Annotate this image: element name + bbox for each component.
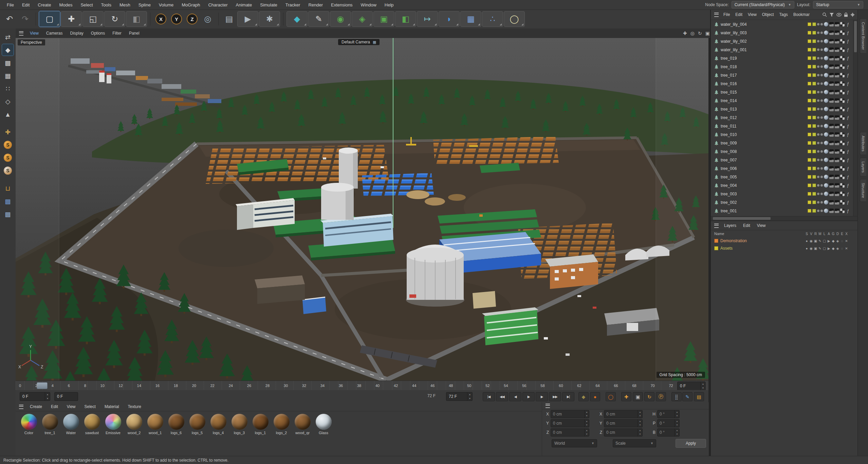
expression-tag-icon[interactable]: ƒ: [846, 183, 850, 188]
expression-tag-icon[interactable]: ƒ: [846, 107, 850, 112]
material-item[interactable]: logs_6: [166, 414, 186, 435]
texture-tag-icon[interactable]: [840, 149, 845, 154]
object-row[interactable]: tree_008 ƒ: [711, 147, 857, 156]
y-axis-lock[interactable]: Y: [169, 12, 184, 26]
menu-item[interactable]: Create: [34, 2, 55, 7]
phong-tag-icon[interactable]: [824, 209, 828, 213]
phong-tag-icon[interactable]: [824, 158, 828, 162]
rotate-tool[interactable]: ↻: [104, 11, 125, 27]
menu-item[interactable]: MoGraph: [178, 2, 204, 7]
light-menu[interactable]: ◯: [504, 11, 525, 27]
texture-tag-icon[interactable]: [829, 64, 834, 69]
object-name[interactable]: tree_011: [721, 124, 736, 129]
solo-hierarchy-icon[interactable]: S: [2, 165, 14, 176]
coordinate-menu-icon[interactable]: [546, 404, 550, 408]
texture-tag-icon[interactable]: [829, 22, 834, 26]
editor-visibility-dot[interactable]: [817, 116, 819, 119]
dock-tab[interactable]: Layers: [860, 158, 866, 176]
texture-tag-icon[interactable]: [840, 124, 845, 128]
enable-axis-icon[interactable]: ✚: [2, 126, 14, 138]
stepper-arrows-icon[interactable]: ▲▼: [675, 410, 679, 418]
texture-tag-icon[interactable]: [829, 166, 834, 171]
texture-tag-icon[interactable]: [829, 98, 834, 103]
render-visibility-dot[interactable]: [820, 116, 823, 119]
texture-tag-icon[interactable]: [835, 115, 839, 120]
instance-menu[interactable]: ▣: [373, 11, 394, 27]
material-menu-item[interactable]: Create: [25, 404, 47, 409]
texture-tag-icon[interactable]: [829, 149, 834, 154]
viewport-menu-item[interactable]: Panel: [125, 31, 143, 36]
record-scale-toggle[interactable]: ▣: [633, 392, 643, 401]
deformers-toggle[interactable]: ◈: [835, 239, 840, 243]
material-preview[interactable]: [84, 414, 100, 430]
object-row[interactable]: tree_009 ƒ: [711, 139, 857, 147]
layer-color-swatch[interactable]: [808, 175, 811, 179]
object-name[interactable]: water_lily_004: [721, 22, 747, 27]
texture-tag-icon[interactable]: [835, 175, 839, 179]
material-preview[interactable]: [189, 414, 205, 430]
next-key-button[interactable]: ▶▶: [549, 392, 561, 401]
material-menu-item[interactable]: Select: [80, 404, 100, 409]
lock-icon[interactable]: [844, 13, 848, 17]
stepper-arrows-icon[interactable]: ▲▼: [638, 410, 642, 418]
layer-color-swatch-2[interactable]: [812, 209, 816, 213]
material-preview[interactable]: [295, 414, 311, 430]
layer-color-swatch[interactable]: [808, 31, 811, 35]
menu-item[interactable]: Render: [304, 2, 327, 7]
keyframe-icon[interactable]: ◆: [578, 392, 589, 401]
editor-visibility-dot[interactable]: [817, 74, 819, 76]
object-row[interactable]: water_lily_002 ƒ: [711, 37, 857, 45]
render-view-button[interactable]: ▤: [222, 12, 237, 26]
object-name[interactable]: water_lily_003: [721, 31, 747, 35]
stepper-arrows-icon[interactable]: ▲▼: [700, 382, 705, 390]
menu-item[interactable]: Simulate: [256, 2, 281, 7]
expression-tag-icon[interactable]: ƒ: [846, 209, 850, 213]
expression-tag-icon[interactable]: ƒ: [846, 90, 850, 95]
position-field[interactable]: 0 cm ▲▼: [551, 419, 589, 427]
edges-mode-icon[interactable]: ◇: [2, 96, 14, 107]
layer-color-swatch[interactable]: [808, 209, 811, 213]
material-item[interactable]: Color: [19, 414, 39, 435]
layer-name[interactable]: Demonstration: [720, 238, 747, 243]
material-preview[interactable]: [21, 414, 37, 430]
layers-menu-icon[interactable]: [714, 224, 719, 228]
render-visibility-dot[interactable]: [820, 74, 823, 76]
apply-button[interactable]: Apply: [676, 439, 706, 448]
editor-visibility-dot[interactable]: [817, 193, 819, 195]
object-row[interactable]: tree_003 ƒ: [711, 190, 857, 198]
filter-icon[interactable]: [829, 13, 834, 17]
object-name[interactable]: tree_004: [721, 183, 737, 188]
object-row[interactable]: tree_002 ƒ: [711, 198, 857, 207]
texture-tag-icon[interactable]: [840, 39, 845, 43]
bend-deformer-menu[interactable]: ◗: [439, 11, 460, 27]
texture-tag-icon[interactable]: [840, 90, 845, 94]
timeline-ruler[interactable]: 0246810121416182022242628303234363840424…: [16, 381, 708, 391]
texture-tag-icon[interactable]: [840, 166, 845, 171]
prev-frame-button[interactable]: ◀: [509, 392, 521, 401]
editor-visibility-dot[interactable]: [817, 142, 819, 144]
material-preview[interactable]: [274, 414, 290, 430]
size-field[interactable]: 0 cm ▲▼: [604, 410, 643, 418]
texture-tag-icon[interactable]: [840, 56, 845, 60]
material-menu-item[interactable]: View: [62, 404, 80, 409]
subdivision-surface-menu[interactable]: ◉: [330, 11, 351, 27]
menu-item[interactable]: Character: [204, 2, 232, 7]
layer-color-swatch-2[interactable]: [812, 116, 816, 119]
phong-tag-icon[interactable]: [824, 166, 828, 171]
layer-color-swatch[interactable]: [808, 192, 811, 196]
layer-name[interactable]: Assets: [720, 246, 733, 251]
layer-color-swatch[interactable]: [714, 239, 718, 243]
object-name[interactable]: tree_003: [721, 192, 737, 196]
material-item[interactable]: tree_1: [40, 414, 60, 435]
material-preview[interactable]: [210, 414, 226, 430]
texture-tag-icon[interactable]: [835, 81, 839, 86]
texture-tag-icon[interactable]: [829, 31, 834, 35]
layer-color-swatch-2[interactable]: [812, 175, 816, 179]
editor-visibility-dot[interactable]: [817, 91, 819, 93]
solo-toggle[interactable]: ●: [805, 247, 809, 250]
texture-tag-icon[interactable]: [840, 192, 845, 196]
menu-item[interactable]: Mesh: [115, 2, 134, 7]
texture-tag-icon[interactable]: [835, 166, 839, 171]
stepper-arrows-icon[interactable]: ▲▼: [584, 410, 589, 418]
texture-tag-icon[interactable]: [840, 200, 845, 205]
